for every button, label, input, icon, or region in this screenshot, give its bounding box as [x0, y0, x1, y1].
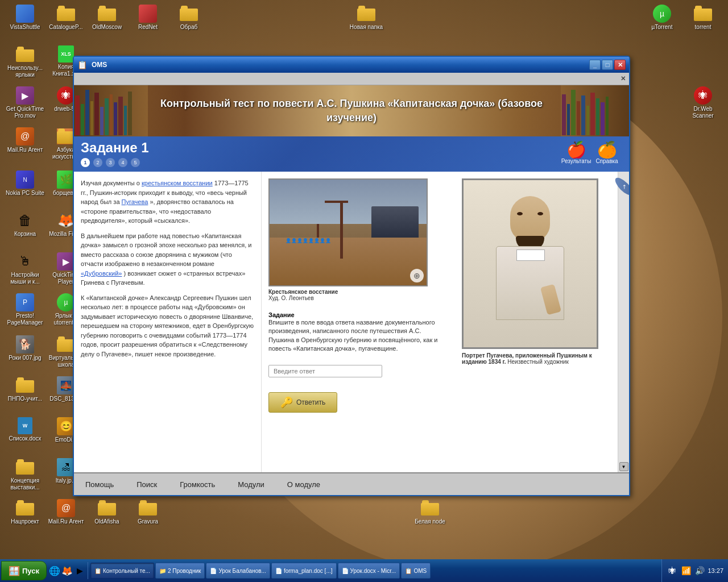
desktop-icon-oldafisha[interactable]: OldAfisha — [86, 499, 127, 525]
window-main-content: Изучая документы о крестьянском восстани… — [74, 172, 629, 472]
task-section-text: Впишите в поле ввода ответа название док… — [268, 318, 448, 354]
scrollbar-right: ↗ ▼ — [618, 172, 629, 472]
desktop-icon-korzina[interactable]: 🗑 Корзина — [5, 211, 46, 238]
task-text-section: Задание Впишите в поле ввода ответа назв… — [268, 307, 448, 354]
desktop-icon-mailruagent2[interactable]: @ Mail.Ru Агент — [46, 499, 86, 525]
taskbar-task-urok-docx[interactable]: 📄 Урок.docx - Micr... — [338, 563, 400, 579]
desktop-icon-mailruagent[interactable]: @ Mail.Ru Агент — [5, 127, 46, 153]
minimize-button[interactable]: _ — [589, 60, 601, 70]
subtitle-close[interactable]: ✕ — [621, 75, 626, 82]
link-dubrovskiy[interactable]: «Дубровский» — [81, 270, 122, 277]
task-icon-1: 📋 — [94, 568, 101, 574]
header-title: Контрольный тест по повести А.С. Пушкина… — [160, 97, 543, 125]
link-pugacheva[interactable]: Пугачева — [122, 198, 148, 205]
scroll-down-btn[interactable]: ▼ — [619, 462, 628, 471]
quicklaunch-firefox[interactable]: 🦊 — [61, 565, 73, 576]
task-action-buttons: 🍎 Результаты 🍊 Справка — [563, 140, 622, 166]
menu-search[interactable]: Поиск — [136, 480, 157, 489]
desktop-icon-vistashuttle[interactable]: VistaShuttle — [5, 5, 46, 31]
task-title: Задание 1 — [81, 140, 149, 156]
results-label: Результаты — [561, 158, 592, 164]
desktop-icon-pnpouchit[interactable]: ПНПО-учит... — [5, 376, 46, 402]
quicklaunch-ie[interactable]: 🌐 — [49, 565, 60, 576]
desktop-icon-belayanode[interactable]: Белая node — [410, 499, 450, 525]
menu-volume[interactable]: Громкость — [180, 480, 215, 489]
menu-help[interactable]: Помощь — [85, 480, 114, 489]
answer-input[interactable] — [268, 365, 382, 377]
desktop-icon-obrab[interactable]: Обраб — [168, 5, 209, 31]
task-num-2[interactable]: 2 — [93, 158, 102, 167]
quicklaunch-media[interactable]: ▶ — [74, 565, 85, 576]
scroll-icon-top[interactable]: ↗ — [613, 175, 629, 198]
window-subtitle-bar: ✕ — [74, 73, 629, 85]
taskbar-quicklaunch: 🌐 🦊 ▶ — [47, 562, 88, 579]
desktop-icon-gravura[interactable]: Gravura — [127, 499, 168, 525]
portrait-caption: Портрет Пугачева, приложенный Пушкиным к… — [462, 352, 598, 365]
link-krestyanskom-vostanii[interactable]: крестьянском восстании — [142, 180, 213, 186]
desktop-icon-drwebscanner[interactable]: 🕷 Dr.Web Scanner — [682, 86, 723, 119]
window-bottom-menu: Помощь Поиск Громкость Модули О модуле — [74, 472, 629, 495]
window-header: Контрольный тест по повести А.С. Пушкина… — [74, 85, 629, 136]
desktop-icon-koncepciya[interactable]: Концепция выставки... — [5, 458, 46, 491]
taskbar-task-explorer[interactable]: 📁 2 Проводник — [155, 563, 205, 579]
desktop-icon-rednet[interactable]: RedNet — [127, 5, 168, 31]
taskbar-task-oms[interactable]: 📋 OMS — [401, 563, 431, 579]
systray-antivirus[interactable]: 🕷 — [667, 565, 678, 576]
start-button[interactable]: 🪟 Пуск — [1, 561, 47, 580]
maximize-button[interactable]: □ — [602, 60, 613, 70]
taskbar-systray: 🕷 📶 🔊 13:27 — [661, 559, 728, 582]
desktop-icon-presto[interactable]: P Presto! PageManager — [5, 293, 46, 326]
task-num-5[interactable]: 5 — [131, 158, 140, 167]
systray-network[interactable]: 📶 — [680, 565, 692, 576]
systray-volume[interactable]: 🔊 — [694, 565, 705, 576]
portrait-frame — [462, 178, 598, 349]
content-para-1: Изучая документы о крестьянском восстани… — [81, 178, 254, 226]
taskbar-task-oms-test[interactable]: 📋 Контрольный те... — [90, 563, 154, 579]
taskbar: 🪟 Пуск 🌐 🦊 ▶ 📋 Контрольный те... 📁 2 Про… — [0, 559, 728, 582]
painting-image: 👤👤👤👤👤👤👤👤 ⊕ — [268, 178, 428, 286]
window-controls: _ □ ✕ — [589, 60, 626, 70]
desktop-icon-novayapalka[interactable]: Новая папка — [346, 5, 387, 31]
desktop-icon-roki007[interactable]: 🐕 Роки 007.jpg — [5, 335, 46, 361]
desktop-icon-spiskodocx[interactable]: W Список.docx — [5, 417, 46, 442]
help-label: Справка — [595, 158, 618, 164]
desktop-icon-neispolzuemy[interactable]: Неиспользу... ярлыки — [5, 45, 46, 78]
desktop-icon-cataloguep[interactable]: CatalogueP... — [46, 5, 86, 31]
task-icon-4: 📄 — [275, 568, 282, 574]
submit-button[interactable]: 🔑 Ответить — [268, 392, 337, 413]
taskbar-task-forma-plan[interactable]: 📄 forma_plan.doc [...] — [271, 563, 337, 579]
start-logo: 🪟 — [9, 566, 20, 576]
submit-button-area: 🔑 Ответить — [268, 392, 448, 413]
desktop-icon-nokiapcsuite[interactable]: N Nokia PC Suite — [5, 171, 46, 197]
taskbar-tasks: 📋 Контрольный те... 📁 2 Проводник 📄 Урок… — [88, 559, 661, 582]
task-banner: Задание 1 1 2 3 4 5 🍎 Результаты — [74, 136, 629, 172]
desktop-icon-getquicktime[interactable]: ▶ Get QuickTime Pro.mov — [5, 86, 46, 119]
desktop-icon-oldmoscow[interactable]: OldMoscow — [86, 5, 127, 31]
desktop-icon-torrent[interactable]: torrent — [682, 5, 723, 31]
desktop-icon-nastrojki[interactable]: 🖱 Настройки мыши и к... — [5, 252, 46, 285]
task-num-1[interactable]: 1 — [81, 158, 90, 167]
painting-scene: 👤👤👤👤👤👤👤👤 — [270, 180, 427, 285]
menu-about[interactable]: О модуле — [287, 480, 320, 489]
help-button[interactable]: 🍊 Справка — [594, 140, 620, 166]
task-icon-3: 📄 — [210, 568, 217, 574]
task-num-3[interactable]: 3 — [106, 158, 115, 167]
task-num-4[interactable]: 4 — [118, 158, 127, 167]
content-para-3: К «Капитанской дочке» Александр Сергееви… — [81, 293, 254, 359]
taskbar-task-urok-balabanov[interactable]: 📄 Урок Балабанов... — [206, 563, 270, 579]
menu-modules[interactable]: Модули — [238, 480, 264, 489]
submit-icon: 🔑 — [280, 396, 293, 409]
desktop: VistaShuttle CatalogueP... OldMoscow Red… — [0, 0, 728, 582]
systray-clock: 13:27 — [708, 567, 723, 574]
content-text-panel: Изучая документы о крестьянском восстани… — [74, 172, 262, 472]
painting-caption: Крестьянское восстание Худ. О. Леонтьев — [268, 289, 448, 301]
task-icon-2: 📁 — [159, 568, 166, 574]
window-title: OMS — [89, 61, 589, 69]
close-button[interactable]: ✕ — [614, 60, 626, 70]
oms-window: 📋 OMS _ □ ✕ ✕ — [73, 56, 630, 496]
magnify-button[interactable]: ⊕ — [410, 269, 424, 282]
desktop-icon-nacproekt[interactable]: Нацпроект — [5, 499, 46, 525]
portrait-drawing — [464, 180, 597, 347]
results-button[interactable]: 🍎 Результаты — [563, 140, 589, 166]
desktop-icon-utorrent[interactable]: µ µTorrent — [642, 5, 682, 31]
